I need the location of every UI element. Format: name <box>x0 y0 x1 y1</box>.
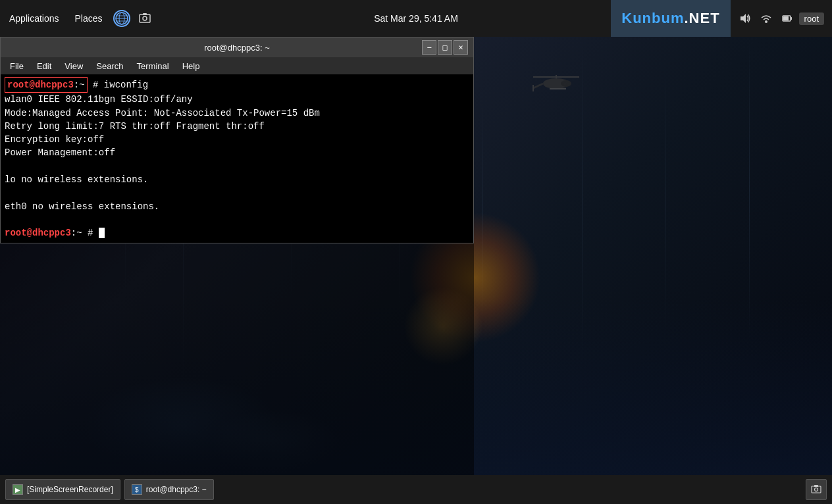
svg-rect-22 <box>814 485 818 487</box>
svg-rect-5 <box>140 14 150 22</box>
terminal-menubar: File Edit View Search Terminal Help <box>1 57 473 74</box>
prompt-user-highlighted: root@dhcppc3:~ <box>5 77 88 93</box>
help-menu[interactable]: Help <box>177 60 205 72</box>
power-icon[interactable] <box>778 9 796 28</box>
system-topbar: Applications Places Sat Mar 29, 5:41 AM <box>0 0 832 37</box>
taskbar-item-terminal[interactable]: $ root@dhcppc3: ~ <box>124 479 214 500</box>
edit-menu[interactable]: Edit <box>32 60 57 72</box>
places-menu[interactable]: Places <box>70 11 108 26</box>
recorder-icon: ▶ <box>13 484 23 495</box>
terminal-body[interactable]: root@dhcppc3:~ # iwconfig wlan0 IEEE 802… <box>1 74 473 243</box>
output-line-4: Encryption key:off <box>5 133 469 146</box>
taskbar: ▶ [SimpleScreenRecorder] $ root@dhcppc3:… <box>0 475 832 504</box>
taskbar-screenshot-icon[interactable] <box>806 479 827 500</box>
root-user-label: root <box>799 13 824 25</box>
output-line-5: Power Management:off <box>5 146 469 159</box>
screenshot-icon[interactable] <box>136 9 154 28</box>
minimize-button[interactable]: − <box>422 40 436 55</box>
terminal-cursor <box>99 228 105 238</box>
globe-icon[interactable] <box>113 10 130 27</box>
file-menu[interactable]: File <box>5 60 29 72</box>
helicopter-icon <box>530 72 583 91</box>
taskbar-item-recorder[interactable]: ▶ [SimpleScreenRecorder] <box>5 479 120 500</box>
terminal-title: root@dhcppc3: ~ <box>204 43 270 53</box>
output-line-1: wlan0 IEEE 802.11bgn ESSID:off/any <box>5 93 469 106</box>
terminal-command-line: root@dhcppc3:~ # iwconfig <box>5 77 469 93</box>
kunbum-logo: Kunbum.NET <box>611 0 730 37</box>
search-menu[interactable]: Search <box>91 60 128 72</box>
output-line-8 <box>5 186 469 199</box>
svg-marker-8 <box>741 14 746 23</box>
output-line-6 <box>5 160 469 173</box>
terminal-icon: $ <box>132 484 142 495</box>
applications-menu[interactable]: Applications <box>4 11 65 26</box>
topbar-right: Kunbum.NET <box>611 0 832 37</box>
svg-rect-11 <box>791 17 792 20</box>
network-icon[interactable] <box>757 9 775 28</box>
svg-point-6 <box>143 16 147 20</box>
taskbar-recorder-label: [SimpleScreenRecorder] <box>27 485 113 494</box>
topbar-system-icons: root <box>731 0 832 37</box>
terminal-controls: − □ × <box>422 40 468 55</box>
topbar-datetime: Sat Mar 29, 5:41 AM <box>374 13 458 24</box>
terminal-prompt-line-2: root@dhcppc3:~ # <box>5 226 469 239</box>
speaker-icon[interactable] <box>736 9 754 28</box>
svg-point-16 <box>561 80 571 87</box>
topbar-left: Applications Places <box>0 9 154 28</box>
taskbar-right <box>803 479 827 500</box>
terminal-menu[interactable]: Terminal <box>132 60 174 72</box>
output-line-2: Mode:Managed Access Point: Not-Associate… <box>5 107 469 120</box>
logo-net: .NET <box>684 10 719 27</box>
logo-kunbum: Kunbum <box>621 10 684 27</box>
view-menu[interactable]: View <box>59 60 88 72</box>
svg-point-21 <box>815 488 818 491</box>
close-button[interactable]: × <box>454 40 468 55</box>
maximize-button[interactable]: □ <box>438 40 452 55</box>
output-line-10 <box>5 213 469 226</box>
output-line-3: Retry long limit:7 RTS thr:off Fragment … <box>5 120 469 133</box>
svg-rect-20 <box>812 486 821 493</box>
svg-line-17 <box>533 84 543 88</box>
taskbar-terminal-label: root@dhcppc3: ~ <box>146 485 207 494</box>
terminal-titlebar: root@dhcppc3: ~ − □ × <box>1 38 473 57</box>
svg-rect-7 <box>143 13 147 15</box>
output-line-9: eth0 no wireless extensions. <box>5 200 469 213</box>
svg-rect-12 <box>783 16 789 20</box>
output-line-7: lo no wireless extensions. <box>5 173 469 186</box>
terminal-window: root@dhcppc3: ~ − □ × File Edit View Sea… <box>0 37 474 243</box>
svg-point-9 <box>765 20 767 23</box>
